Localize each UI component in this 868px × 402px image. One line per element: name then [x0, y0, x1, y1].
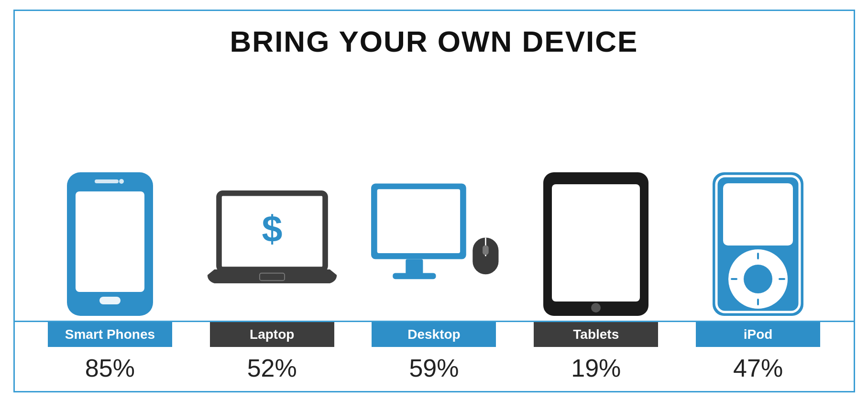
device-col-smartphone [29, 168, 191, 321]
tablet-icon [529, 168, 663, 321]
device-col-tablet [515, 168, 677, 321]
percent-smartphone: 85% [85, 354, 135, 382]
svg-rect-2 [95, 179, 119, 183]
label-badge-laptop: Laptop [210, 322, 334, 347]
svg-point-3 [119, 179, 124, 184]
ipod-icon [691, 168, 825, 321]
label-col-tablet: Tablets 19% [515, 322, 677, 391]
device-col-laptop: $ [191, 168, 353, 321]
svg-rect-16 [483, 246, 489, 255]
svg-text:$: $ [262, 208, 282, 249]
label-badge-ipod: iPod [696, 322, 820, 347]
svg-rect-11 [377, 189, 460, 253]
label-col-laptop: Laptop 52% [191, 322, 353, 391]
smartphone-icon [43, 168, 177, 321]
svg-rect-4 [99, 297, 121, 304]
page-container: BRING YOUR OWN DEVICE [13, 10, 855, 392]
percent-tablet: 19% [571, 354, 621, 382]
label-badge-smartphone: Smart Phones [48, 322, 172, 347]
percent-ipod: 47% [733, 354, 783, 382]
labels-row: Smart Phones 85% Laptop 52% Desktop 59% … [15, 322, 854, 391]
laptop-icon: $ [205, 168, 339, 321]
svg-rect-22 [723, 183, 793, 246]
svg-rect-18 [552, 184, 640, 302]
label-col-smartphone: Smart Phones 85% [29, 322, 191, 391]
page-title: BRING YOUR OWN DEVICE [230, 24, 638, 58]
label-badge-desktop: Desktop [372, 322, 496, 347]
device-col-desktop [353, 168, 515, 321]
svg-rect-13 [393, 273, 436, 279]
svg-rect-12 [406, 259, 423, 275]
desktop-icon [367, 168, 501, 321]
device-col-ipod [677, 168, 839, 321]
percent-laptop: 52% [247, 354, 297, 382]
label-col-ipod: iPod 47% [677, 322, 839, 391]
label-badge-tablet: Tablets [534, 322, 658, 347]
label-col-desktop: Desktop 59% [353, 322, 515, 391]
svg-point-19 [591, 303, 601, 313]
svg-rect-1 [76, 191, 144, 292]
devices-row: $ [15, 68, 854, 321]
svg-point-24 [744, 265, 772, 293]
percent-desktop: 59% [409, 354, 459, 382]
